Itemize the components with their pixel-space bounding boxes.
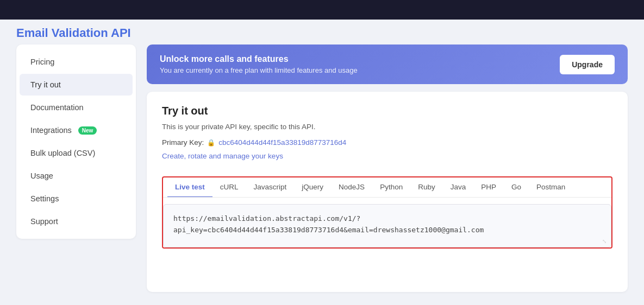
try-it-out-title: Try it out xyxy=(162,105,612,117)
sidebar-item-support[interactable]: Support xyxy=(20,211,133,232)
try-it-out-card: Try it out This is your private API key,… xyxy=(147,92,628,292)
sidebar-item-label: Try it out xyxy=(30,80,61,89)
tabs-row: Live testcURLJavascriptjQueryNodeJSPytho… xyxy=(163,177,611,198)
sidebar-item-usage[interactable]: Usage xyxy=(20,165,133,187)
try-it-out-description: This is your private API key, specific t… xyxy=(162,123,612,131)
resize-handle-icon: ⤡ xyxy=(602,238,610,246)
primary-key-label: Primary Key: xyxy=(162,138,204,147)
tabs-container: Live testcURLJavascriptjQueryNodeJSPytho… xyxy=(162,176,612,249)
page-title: Email Validation API xyxy=(16,26,628,40)
sidebar-item-label: Integrations xyxy=(30,126,72,135)
banner-title: Unlock more calls and features xyxy=(160,54,358,64)
primary-key-row: Primary Key: 🔒 cbc6404d44d44f15a33819d87… xyxy=(162,138,612,147)
sidebar-item-label: Support xyxy=(30,217,58,226)
tab-live-test[interactable]: Live test xyxy=(167,177,212,198)
tab-postman[interactable]: Postman xyxy=(529,177,573,198)
top-navigation-bar xyxy=(0,0,644,20)
main-layout: PricingTry it outDocumentationIntegratio… xyxy=(0,45,644,303)
manage-keys-link[interactable]: Create, rotate and manage your keys xyxy=(162,152,283,160)
url-display: https://emailvalidation.abstractapi.com/… xyxy=(163,204,611,247)
tab-ruby[interactable]: Ruby xyxy=(410,177,443,198)
tab-jquery[interactable]: jQuery xyxy=(294,177,331,198)
upgrade-banner: Unlock more calls and features You are c… xyxy=(147,45,628,84)
tab-javascript[interactable]: Javascript xyxy=(246,177,295,198)
sidebar-item-label: Pricing xyxy=(30,58,54,66)
sidebar-item-label: Bulk upload (CSV) xyxy=(30,149,95,157)
sidebar-item-try-it-out[interactable]: Try it out xyxy=(20,74,133,96)
sidebar-item-label: Documentation xyxy=(30,103,84,112)
tab-php[interactable]: PHP xyxy=(473,177,504,198)
sidebar-item-pricing[interactable]: Pricing xyxy=(20,51,133,73)
content-area: Unlock more calls and features You are c… xyxy=(147,45,628,292)
tab-python[interactable]: Python xyxy=(372,177,410,198)
tab-go[interactable]: Go xyxy=(504,177,529,198)
url-box-wrapper: https://emailvalidation.abstractapi.com/… xyxy=(163,204,611,247)
new-badge: New xyxy=(78,126,97,135)
page-title-bar: Email Validation API xyxy=(0,20,644,45)
sidebar-item-documentation[interactable]: Documentation xyxy=(20,97,133,118)
sidebar-item-label: Usage xyxy=(30,171,53,180)
sidebar-item-bulk-upload[interactable]: Bulk upload (CSV) xyxy=(20,142,133,164)
api-key-value: cbc6404d44d44f15a33819d8773716d4 xyxy=(218,138,346,147)
sidebar-item-integrations[interactable]: IntegrationsNew xyxy=(20,119,133,141)
sidebar-item-label: Settings xyxy=(30,194,59,203)
sidebar: PricingTry it outDocumentationIntegratio… xyxy=(16,45,136,239)
upgrade-button[interactable]: Upgrade xyxy=(560,55,615,74)
upgrade-banner-text: Unlock more calls and features You are c… xyxy=(160,54,358,74)
lock-icon: 🔒 xyxy=(207,139,215,147)
tab-nodejs[interactable]: NodeJS xyxy=(331,177,372,198)
banner-description: You are currently on a free plan with li… xyxy=(160,66,358,74)
tab-java[interactable]: Java xyxy=(443,177,474,198)
tab-curl[interactable]: cURL xyxy=(212,177,246,198)
sidebar-item-settings[interactable]: Settings xyxy=(20,188,133,209)
